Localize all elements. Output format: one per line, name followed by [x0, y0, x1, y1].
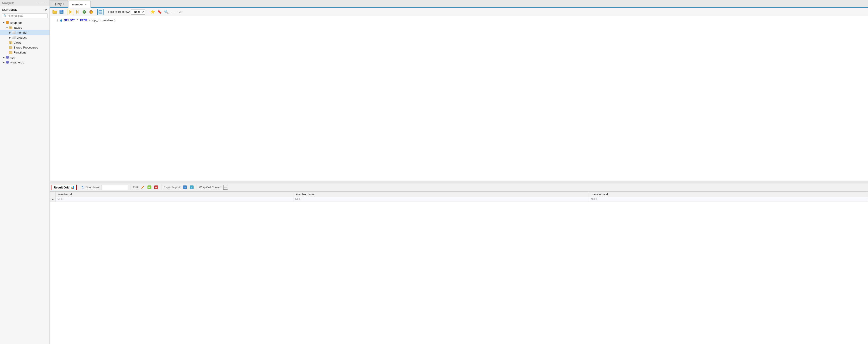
wrap-button[interactable]: ⇌	[177, 9, 183, 15]
filter-search-icon: 🔍	[3, 14, 7, 18]
db-icon-shop_db	[5, 21, 9, 25]
execute-current-button[interactable]	[74, 9, 81, 15]
tree-item-shop_db[interactable]: ▼ shop_db	[0, 20, 50, 25]
editor-area[interactable]: 1 SELECT * FROM shop_db.member;	[50, 16, 868, 181]
result-grid-label: Result Grid	[54, 186, 70, 189]
schemas-text: SCHEMAS	[2, 8, 17, 11]
result-grid-button[interactable]: Result Grid 📊	[52, 185, 76, 190]
svg-rect-41	[61, 12, 62, 13]
tree-item-weatherdb[interactable]: ▶ weatherdb	[0, 60, 50, 65]
code-space: shop_db.	[89, 19, 103, 22]
cell-member_id-1[interactable]: NULL	[56, 197, 293, 202]
svg-point-35	[6, 63, 9, 64]
result-grid-icon: 📊	[70, 185, 74, 189]
folder-views-icon	[8, 40, 13, 44]
app-container: Navigator ·············· SCHEMAS ⇄ 🔍 ▼	[0, 0, 868, 344]
tree-item-product[interactable]: ▶ product	[0, 35, 50, 40]
horizontal-scrollbar[interactable]	[50, 181, 868, 183]
svg-point-32	[6, 58, 9, 59]
navigator-header: Navigator ··············	[0, 0, 50, 6]
import-button[interactable]: ↙	[189, 185, 194, 190]
filter-rows-input[interactable]	[101, 185, 128, 190]
arrow-sys: ▶	[2, 56, 5, 59]
wrap-cell-icon[interactable]: ⇌	[223, 185, 228, 190]
table-icon-member	[12, 31, 16, 35]
row-marker-1: ▶	[50, 197, 56, 202]
svg-text:↙: ↙	[190, 186, 193, 189]
svg-marker-43	[76, 10, 78, 13]
separator-1	[66, 9, 66, 14]
result-th-member_id[interactable]: member_id	[56, 192, 293, 197]
open-file-button[interactable]	[52, 9, 58, 15]
cell-member_addr-1[interactable]: NULL	[589, 197, 868, 202]
filter-refresh-icon[interactable]: ↻	[81, 185, 84, 190]
zoom-search-button[interactable]: 🔍	[163, 9, 169, 15]
svg-text:−: −	[155, 185, 157, 189]
tab-member[interactable]: member ✕	[68, 1, 91, 8]
sidebar: Navigator ·············· SCHEMAS ⇄ 🔍 ▼	[0, 0, 50, 344]
tree-item-functions[interactable]: ▶ f Functions	[0, 50, 50, 55]
svg-point-23	[10, 43, 11, 43]
filter-container: 🔍	[0, 12, 50, 19]
navigator-dots: ··············	[37, 2, 47, 4]
toggle-output-button[interactable]	[97, 9, 103, 15]
result-th-member_name[interactable]: member_name	[293, 192, 589, 197]
edit-delete-button[interactable]: −	[153, 185, 159, 190]
tree-item-member[interactable]: ▶ member	[0, 30, 50, 35]
result-grid: member_id member_name member_addr ▶ NULL…	[50, 192, 868, 344]
tab-member-close[interactable]: ✕	[85, 3, 87, 6]
table-icon-product	[12, 35, 16, 39]
toolbar: 🔍 ✋ Limit t	[50, 8, 868, 16]
arrow-product: ▶	[8, 36, 12, 39]
arrow-member: ▶	[8, 31, 12, 34]
tab-query1[interactable]: Query 1	[50, 0, 68, 7]
svg-text:↗: ↗	[184, 186, 186, 189]
tree-container: ▼ shop_db ▼	[0, 19, 50, 344]
tab-bar: Query 1 member ✕	[50, 0, 868, 8]
line-dot-1	[60, 20, 62, 22]
folder-tables-icon	[8, 26, 13, 30]
arrow-shop_db: ▼	[2, 21, 5, 24]
stop-button[interactable]: ✋	[88, 9, 94, 15]
svg-rect-4	[9, 27, 10, 27]
svg-rect-37	[53, 10, 54, 11]
tree-label-member: member	[17, 31, 28, 34]
svg-text:+: +	[148, 185, 150, 189]
tree-item-sys[interactable]: ▶ sys	[0, 55, 50, 60]
result-th-member_addr[interactable]: member_addr	[589, 192, 868, 197]
separator-3	[105, 9, 105, 14]
bookmark-button[interactable]: ⭐	[150, 9, 156, 15]
tag-button[interactable]: 🔖	[156, 9, 163, 15]
filter-objects-input[interactable]	[8, 14, 46, 18]
tree-label-weatherdb: weatherdb	[10, 61, 24, 64]
svg-text:🔍: 🔍	[84, 11, 86, 13]
tree-item-tables[interactable]: ▼ Tables	[0, 25, 50, 30]
navigator-title: Navigator	[2, 1, 14, 4]
tab-member-label: member	[72, 3, 83, 6]
export-import-label: Export/Import:	[164, 186, 181, 189]
line-number-1: 1	[52, 18, 58, 23]
kw-from: FROM	[80, 19, 87, 22]
cell-member_name-1[interactable]: NULL	[293, 197, 589, 202]
save-button[interactable]	[58, 9, 65, 15]
svg-rect-49	[99, 11, 102, 13]
svg-rect-54	[172, 13, 174, 13]
result-th-rowmarker	[50, 192, 56, 197]
export-button[interactable]: ↗	[182, 185, 188, 190]
separator-4	[148, 9, 148, 14]
folder-fn-icon: f	[8, 50, 13, 55]
edit-pencil-button[interactable]	[140, 185, 145, 190]
tree-item-stored-procedures[interactable]: ▶ SP Stored Procedures	[0, 45, 50, 50]
schemas-refresh-icon[interactable]: ⇄	[44, 8, 47, 11]
code-semi: ;	[114, 19, 116, 22]
svg-rect-39	[60, 10, 62, 11]
tree-item-views[interactable]: ▶ Views	[0, 40, 50, 45]
execute-button[interactable]	[68, 9, 74, 15]
tree-label-sys: sys	[10, 56, 15, 59]
edit-add-button[interactable]: +	[147, 185, 152, 190]
format-button[interactable]	[170, 9, 176, 15]
explain-button[interactable]: 🔍	[81, 9, 88, 15]
limit-select[interactable]: 1000 500 200 100	[131, 9, 145, 15]
edit-label: Edit:	[133, 186, 138, 189]
tree-label-tables: Tables	[13, 26, 22, 29]
